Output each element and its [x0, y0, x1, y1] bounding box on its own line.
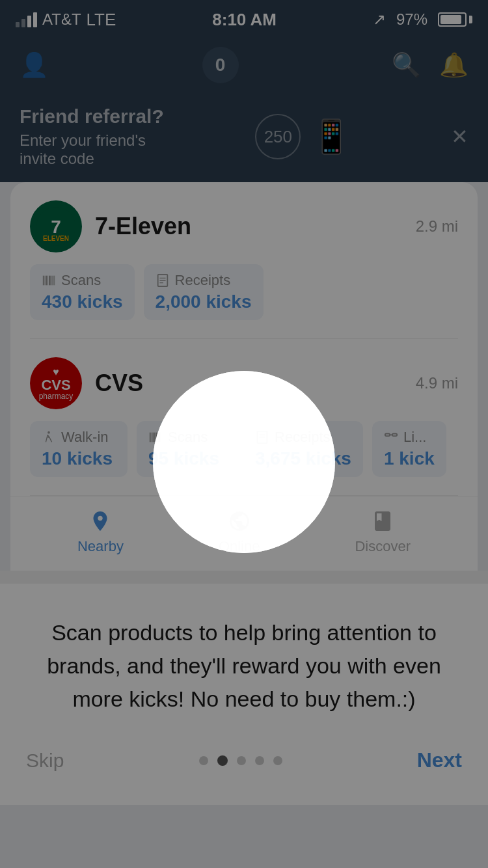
receipts-badge: Receipts 2,000 kicks	[144, 264, 264, 320]
walk-icon	[42, 430, 56, 444]
svg-rect-10	[54, 276, 55, 286]
search-icon[interactable]: 🔍	[392, 51, 421, 79]
link-label: Li...	[384, 429, 426, 446]
cvs-distance: 4.9 mi	[416, 374, 458, 392]
close-banner-button[interactable]: ✕	[451, 124, 468, 149]
svg-rect-18	[152, 433, 154, 442]
seven-eleven-name: 7-Eleven	[95, 213, 191, 240]
nearby-icon	[88, 509, 112, 533]
svg-rect-7	[49, 276, 51, 286]
walkin-badge: Walk-in 10 kicks	[30, 421, 128, 477]
cvs-name: CVS	[95, 370, 143, 397]
seven-eleven-header: 7 ELEVEN 7-Eleven 2.9 mi	[30, 200, 458, 252]
svg-rect-17	[152, 433, 152, 442]
receipt-icon	[156, 273, 170, 288]
walkin-label: Walk-in	[42, 429, 109, 446]
seven-eleven-distance: 2.9 mi	[416, 217, 458, 236]
banner-subtitle: Enter your friend'sinvite code	[20, 131, 164, 168]
tutorial-section: Scan products to help bring attention to…	[0, 584, 488, 729]
svg-point-15	[47, 431, 50, 434]
banner-title: Friend referral?	[20, 105, 164, 128]
app-header: 👤 0 🔍 🔔	[0, 39, 488, 91]
receipts-value: 2,000 kicks	[156, 292, 252, 312]
svg-rect-8	[51, 276, 52, 286]
nav-nearby[interactable]: Nearby	[77, 509, 124, 555]
scans-badge: Scans 430 kicks	[30, 264, 135, 320]
status-right: ↗ 97%	[373, 10, 472, 29]
seven-eleven-svg: 7 ELEVEN	[36, 207, 75, 246]
svg-rect-6	[47, 276, 48, 286]
gap-spacer	[0, 571, 488, 584]
footer: Skip Next	[0, 729, 488, 805]
battery-icon	[438, 12, 472, 27]
carrier-label: AT&T	[42, 10, 81, 29]
svg-rect-3	[43, 276, 44, 286]
tutorial-text: Scan products to help bring attention to…	[33, 616, 455, 716]
skip-button[interactable]: Skip	[26, 750, 64, 772]
cvs-logo-text: ♥ CVS pharmacy	[39, 366, 74, 400]
receipts-label: Receipts	[156, 272, 231, 289]
scans-label: Scans	[42, 272, 101, 289]
pagination-dots	[199, 755, 282, 766]
svg-rect-5	[46, 276, 47, 286]
spotlight-overlay	[153, 371, 335, 553]
battery-label: 97%	[396, 10, 427, 29]
svg-rect-27	[392, 434, 397, 437]
svg-rect-16	[150, 433, 151, 442]
banner-illustration: 250 📱	[255, 114, 351, 159]
location-icon: ↗	[373, 10, 386, 29]
illustration-graphic: 📱	[311, 118, 351, 156]
nav-discover[interactable]: Discover	[355, 509, 411, 555]
cvs-logo: ♥ CVS pharmacy	[30, 357, 82, 409]
svg-rect-26	[385, 434, 390, 437]
referral-banner: Friend referral? Enter your friend'sinvi…	[0, 91, 488, 182]
signal-icon	[16, 12, 37, 27]
dot-2	[217, 755, 228, 766]
svg-rect-4	[45, 276, 46, 286]
barcode-icon	[42, 273, 56, 288]
nearby-label: Nearby	[77, 538, 124, 555]
discover-icon	[371, 509, 394, 533]
store-item-seven-eleven: 7 ELEVEN 7-Eleven 2.9 mi	[10, 182, 478, 338]
dot-4	[255, 756, 264, 765]
notification-icon[interactable]: 🔔	[439, 51, 468, 79]
seven-eleven-logo: 7 ELEVEN	[30, 200, 82, 252]
points-badge: 250	[255, 114, 301, 159]
status-bar: AT&T LTE 8:10 AM ↗ 97%	[0, 0, 488, 39]
dot-1	[199, 756, 208, 765]
cvs-logo-name: ♥ CVS pharmacy CVS	[30, 357, 143, 409]
svg-text:ELEVEN: ELEVEN	[43, 235, 69, 242]
status-left: AT&T LTE	[16, 10, 116, 30]
dot-3	[237, 756, 246, 765]
header-icons-right: 🔍 🔔	[392, 51, 468, 79]
link-icon	[384, 430, 398, 444]
network-label: LTE	[87, 10, 116, 30]
seven-eleven-badges: Scans 430 kicks Receipts 2,000	[30, 264, 458, 320]
svg-text:7: 7	[51, 217, 61, 237]
next-button[interactable]: Next	[417, 748, 462, 772]
link-badge: Li... 1 kick	[372, 421, 446, 477]
profile-icon[interactable]: 👤	[20, 51, 49, 79]
seven-eleven-logo-name: 7 ELEVEN 7-Eleven	[30, 200, 191, 252]
banner-text: Friend referral? Enter your friend'sinvi…	[20, 105, 164, 168]
link-value: 1 kick	[384, 448, 435, 469]
svg-rect-9	[53, 276, 54, 286]
scans-value: 430 kicks	[42, 292, 123, 312]
time-label: 8:10 AM	[212, 10, 277, 30]
dot-5	[273, 756, 282, 765]
discover-label: Discover	[355, 538, 411, 555]
kicks-counter: 0	[202, 47, 239, 83]
walkin-value: 10 kicks	[42, 448, 113, 469]
